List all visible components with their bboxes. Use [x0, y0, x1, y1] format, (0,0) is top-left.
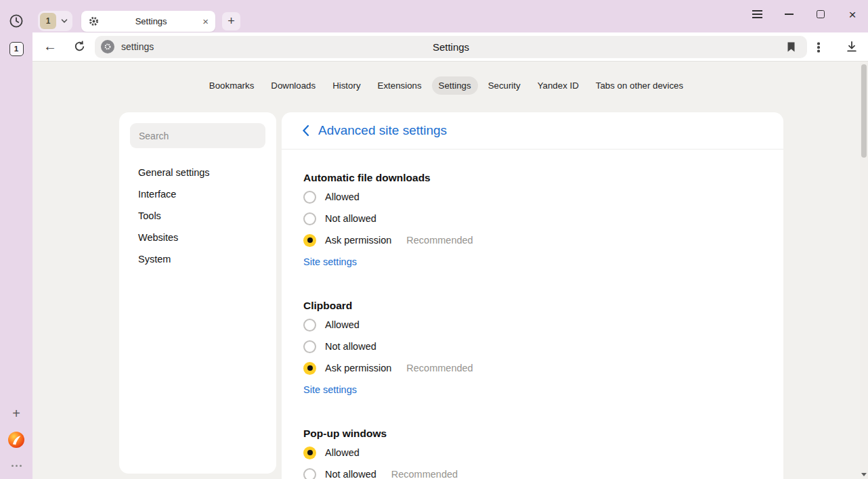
topnav-bookmarks[interactable]: Bookmarks	[202, 76, 261, 95]
rail-more-button[interactable]	[0, 461, 32, 470]
radio-label: Not allowed	[325, 213, 376, 224]
omnibox-more-button[interactable]	[812, 41, 825, 53]
section-page-title: Advanced site settings	[318, 123, 447, 138]
back-chevron-icon[interactable]	[302, 124, 309, 137]
browser-logo	[7, 431, 25, 449]
recommended-note: Recommended	[391, 469, 458, 479]
topnav-downloads[interactable]: Downloads	[264, 76, 322, 95]
radio-label: Not allowed	[325, 341, 376, 352]
gear-icon	[88, 16, 100, 27]
reload-button[interactable]	[73, 40, 86, 55]
toolbar: ← settings Settings	[32, 32, 868, 62]
downloads-button[interactable]	[845, 40, 859, 56]
tab-count-badge: 1	[9, 42, 24, 56]
browser-menu-button[interactable]	[751, 8, 763, 20]
sidebar-item-websites[interactable]: Websites	[130, 227, 265, 248]
radio-label: Allowed	[325, 319, 360, 330]
scroll-down-arrow-icon[interactable]	[861, 473, 867, 476]
settings-page: Bookmarks Downloads History Extensions S…	[32, 62, 860, 479]
radio-icon[interactable]	[303, 234, 316, 247]
site-favicon-icon	[101, 40, 114, 53]
settings-sidebar: General settings Interface Tools Website…	[119, 112, 276, 474]
bookmark-flag-icon	[786, 41, 796, 53]
hamburger-icon	[752, 14, 762, 15]
radio-icon[interactable]	[303, 447, 316, 459]
site-settings-link[interactable]: Site settings	[303, 384, 357, 395]
radio-option-not-allowed[interactable]: Not allowed	[303, 208, 762, 229]
page-scrollbar[interactable]	[860, 62, 868, 479]
topnav-history[interactable]: History	[326, 76, 367, 95]
browser-side-rail: 1 +	[0, 0, 32, 479]
address-bar[interactable]: settings Settings	[95, 36, 807, 58]
radio-option-allowed[interactable]: Allowed	[303, 186, 762, 208]
reload-icon	[73, 40, 86, 53]
window-controls: ×	[751, 5, 859, 23]
maximize-button[interactable]	[815, 8, 827, 20]
radio-icon[interactable]	[303, 319, 316, 332]
radio-option-allowed[interactable]: Allowed	[303, 442, 762, 463]
radio-icon[interactable]	[303, 362, 316, 375]
radio-icon[interactable]	[303, 340, 316, 353]
close-icon: ×	[848, 8, 856, 21]
close-tab-icon[interactable]: ×	[202, 16, 209, 26]
sidebar-item-general-settings[interactable]: General settings	[130, 162, 265, 183]
kebab-menu-icon	[817, 46, 819, 48]
radio-option-ask-permission[interactable]: Ask permission Recommended	[303, 229, 762, 251]
sidebar-item-interface[interactable]: Interface	[130, 183, 265, 205]
sidebar-item-system[interactable]: System	[130, 248, 265, 270]
radio-option-ask-permission[interactable]: Ask permission Recommended	[303, 357, 762, 379]
radio-option-not-allowed[interactable]: Not allowed	[303, 336, 762, 357]
url-text: settings	[121, 41, 154, 52]
active-tab-settings[interactable]: Settings ×	[81, 11, 215, 32]
recommended-note: Recommended	[406, 363, 473, 373]
section-title: Pop-up windows	[303, 428, 762, 440]
topnav-extensions[interactable]: Extensions	[371, 76, 429, 95]
topnav-other-devices[interactable]: Tabs on other devices	[589, 76, 690, 95]
back-button[interactable]: ←	[43, 39, 57, 54]
tab-bar: 1 Settings × + ×	[32, 0, 868, 32]
section-popup-windows: Pop-up windows Allowed Not allowed Recom…	[303, 428, 762, 479]
rail-add-button[interactable]: +	[0, 405, 32, 421]
radio-icon[interactable]	[303, 468, 316, 479]
omnibox-page-title: Settings	[95, 41, 807, 53]
clock-icon	[9, 14, 24, 28]
settings-top-nav: Bookmarks Downloads History Extensions S…	[32, 76, 860, 95]
section-title: Clipboard	[303, 300, 762, 312]
tab-group-selector[interactable]: 1	[38, 11, 72, 31]
close-window-button[interactable]: ×	[846, 8, 859, 20]
tab-panel-toggle[interactable]: 1	[0, 41, 32, 56]
site-settings-link[interactable]: Site settings	[303, 256, 357, 267]
topnav-security[interactable]: Security	[481, 76, 527, 95]
tab-group-badge[interactable]: 1	[40, 13, 56, 29]
bookmark-button[interactable]	[786, 41, 796, 55]
section-title: Automatic file downloads	[303, 172, 762, 184]
topnav-settings[interactable]: Settings	[432, 76, 478, 95]
chevron-down-icon[interactable]	[58, 15, 70, 27]
section-clipboard: Clipboard Allowed Not allowed Ask permis…	[303, 300, 762, 396]
scrollbar-thumb[interactable]	[861, 64, 867, 158]
maximize-icon	[817, 10, 825, 18]
settings-nav-list: General settings Interface Tools Website…	[130, 162, 265, 270]
radio-option-allowed[interactable]: Allowed	[303, 314, 762, 336]
history-clock-icon[interactable]	[0, 14, 32, 28]
radio-icon[interactable]	[303, 191, 316, 204]
section-automatic-file-downloads: Automatic file downloads Allowed Not all…	[303, 172, 762, 268]
radio-label: Not allowed	[325, 469, 376, 479]
advanced-site-settings-card: Advanced site settings Automatic file do…	[282, 112, 783, 479]
topnav-yandex-id[interactable]: Yandex ID	[531, 76, 586, 95]
radio-option-not-allowed[interactable]: Not allowed Recommended	[303, 463, 762, 479]
radio-label: Ask permission	[325, 235, 391, 246]
search-input[interactable]	[130, 123, 265, 148]
radio-label: Ask permission	[325, 363, 391, 373]
advanced-settings-header[interactable]: Advanced site settings	[282, 112, 783, 150]
radio-label: Allowed	[325, 447, 360, 458]
settings-sections: Automatic file downloads Allowed Not all…	[282, 172, 783, 479]
horizontal-ellipsis-icon	[16, 465, 18, 467]
radio-icon[interactable]	[303, 212, 316, 225]
sidebar-item-tools[interactable]: Tools	[130, 205, 265, 227]
tab-title: Settings	[105, 16, 197, 26]
minimize-button[interactable]	[783, 8, 795, 20]
yandex-browser-logo-icon[interactable]	[0, 431, 32, 449]
minimize-icon	[785, 14, 794, 15]
new-tab-button[interactable]: +	[222, 12, 240, 30]
